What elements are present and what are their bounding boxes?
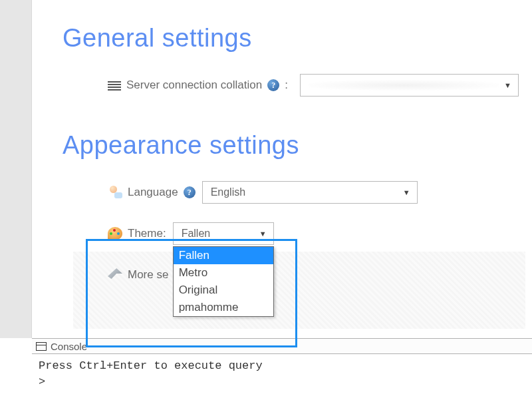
more-settings-row: More se xyxy=(108,262,519,288)
collation-label-group: Server connection collation ? : xyxy=(108,79,293,92)
more-settings-label-group: More se xyxy=(108,268,168,282)
theme-dropdown: Fallen Metro Original pmahomme xyxy=(173,246,274,317)
chevron-down-icon: ▼ xyxy=(403,188,410,196)
language-label-group: Language ? xyxy=(108,186,196,199)
console-icon xyxy=(36,342,47,351)
more-settings-link[interactable]: More se xyxy=(128,268,168,282)
console-body[interactable]: Press Ctrl+Enter to execute query > xyxy=(32,354,532,394)
console-prompt: > xyxy=(39,374,525,390)
language-row: Language ? English ▼ xyxy=(108,180,519,205)
console-hint: Press Ctrl+Enter to execute query xyxy=(39,358,525,374)
collation-colon: : xyxy=(285,79,288,92)
general-settings-heading: General settings xyxy=(63,24,519,53)
theme-option[interactable]: Metro xyxy=(174,264,273,282)
theme-row: Theme: Fallen ▼ Fallen Metro Original pm… xyxy=(108,221,519,246)
theme-label: Theme: xyxy=(128,227,166,240)
theme-option[interactable]: Original xyxy=(174,282,273,299)
language-label: Language xyxy=(128,186,178,199)
theme-option[interactable]: Fallen xyxy=(174,247,273,264)
language-value: English xyxy=(211,186,245,198)
language-icon xyxy=(108,186,122,199)
wrench-icon xyxy=(108,268,122,282)
help-icon[interactable]: ? xyxy=(184,186,196,198)
collation-label: Server connection collation xyxy=(126,79,262,92)
theme-option[interactable]: pmahomme xyxy=(174,299,273,316)
list-icon xyxy=(108,81,121,91)
collation-value xyxy=(309,80,499,91)
appearance-settings-heading: Appearance settings xyxy=(63,131,519,160)
left-gutter xyxy=(0,0,32,338)
chevron-down-icon: ▼ xyxy=(504,81,511,89)
help-icon[interactable]: ? xyxy=(267,79,279,91)
theme-select[interactable]: Fallen ▼ xyxy=(173,222,274,245)
collation-row: Server connection collation ? : ▼ xyxy=(108,73,519,98)
theme-value: Fallen xyxy=(182,228,211,240)
console-toggle[interactable]: Console xyxy=(32,338,532,354)
palette-icon xyxy=(108,227,122,240)
collation-select[interactable]: ▼ xyxy=(300,74,519,97)
language-select[interactable]: English ▼ xyxy=(202,181,418,204)
theme-label-group: Theme: xyxy=(108,227,166,240)
chevron-down-icon: ▼ xyxy=(259,230,267,238)
console-title: Console xyxy=(51,341,87,352)
